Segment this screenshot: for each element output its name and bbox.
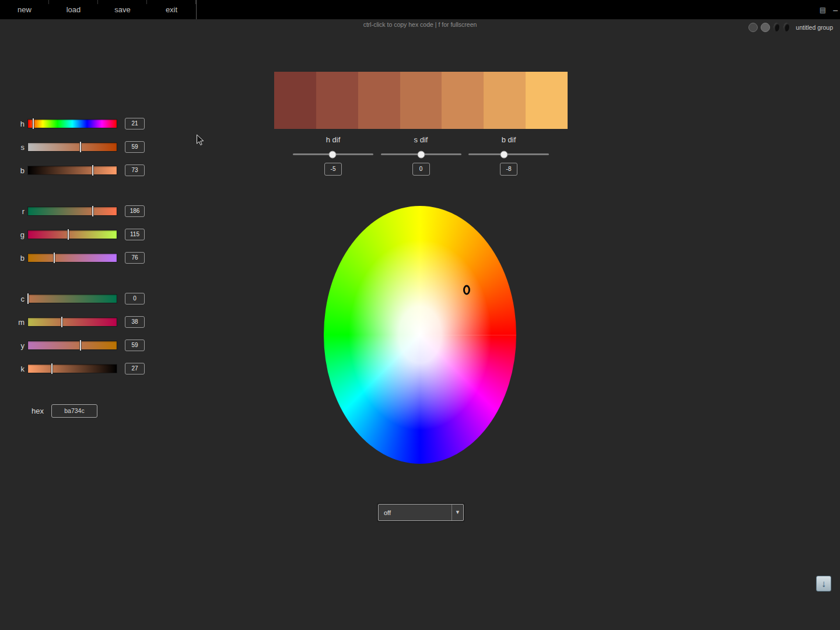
- menu-item-new[interactable]: new: [0, 0, 49, 19]
- channel-marker-bri[interactable]: [92, 165, 93, 176]
- channel-value-bri: 73: [125, 164, 145, 176]
- channel-value-magenta: 38: [125, 316, 145, 328]
- channel-row-blue: b76: [18, 246, 145, 270]
- h-dif-value: -5: [324, 163, 342, 176]
- dif-group-h-dif: h dif-5: [289, 135, 377, 176]
- channel-marker-sat[interactable]: [80, 142, 81, 152]
- b-dif-value: -8: [500, 163, 517, 176]
- channel-group-2: r186g115b76: [18, 200, 145, 270]
- palette-swatch-6[interactable]: [484, 72, 526, 129]
- channel-marker-yellow[interactable]: [80, 340, 81, 351]
- color-picker-app: newloadsaveexit ▤ – ctrl-click to copy h…: [0, 0, 840, 630]
- channel-slider-key[interactable]: [28, 365, 117, 373]
- s-dif-slider-thumb[interactable]: [417, 150, 425, 158]
- channel-row-hue: h21: [18, 112, 145, 135]
- menu-item-save[interactable]: save: [98, 0, 147, 19]
- hex-row: hex ba734c: [18, 404, 97, 418]
- channel-slider-yellow[interactable]: [28, 341, 117, 349]
- channel-label-green: g: [18, 230, 24, 239]
- h-dif-slider[interactable]: [293, 153, 373, 155]
- color-wheel[interactable]: [324, 206, 516, 464]
- channel-marker-green[interactable]: [68, 229, 69, 240]
- channel-sliders: h21s59b73r186g115b76c0m38y59k27: [18, 112, 145, 398]
- channel-group-1: h21s59b73: [18, 112, 145, 182]
- palette-swatch-2[interactable]: [316, 72, 358, 129]
- hint-text: ctrl-click to copy hex code | f for full…: [0, 21, 840, 28]
- channel-value-key: 27: [125, 363, 145, 374]
- group-name-label: untitled group: [796, 24, 833, 31]
- s-dif-slider[interactable]: [381, 153, 461, 155]
- channel-value-green: 115: [125, 229, 145, 240]
- channel-slider-magenta[interactable]: [28, 318, 117, 326]
- channel-label-red: r: [18, 207, 24, 216]
- download-arrow-icon: ↓: [821, 579, 826, 589]
- palette-swatch-7[interactable]: [526, 72, 568, 129]
- palette-swatch-5[interactable]: [442, 72, 484, 129]
- palette-swatch-4[interactable]: [400, 72, 442, 129]
- channel-row-red: r186: [18, 200, 145, 223]
- channel-slider-green[interactable]: [28, 230, 117, 239]
- export-button[interactable]: ↓: [816, 576, 831, 592]
- window-controls: ▤ –: [820, 0, 838, 19]
- hex-input[interactable]: ba734c: [51, 404, 97, 418]
- channel-row-yellow: y59: [18, 334, 145, 357]
- channel-label-yellow: y: [18, 341, 24, 350]
- channel-row-bri: b73: [18, 159, 145, 182]
- group-bar: untitled group: [748, 22, 833, 32]
- channel-label-magenta: m: [18, 318, 24, 327]
- group-icon-2[interactable]: [761, 23, 770, 32]
- channel-row-cyan: c0: [18, 287, 145, 310]
- channel-marker-red[interactable]: [92, 206, 93, 216]
- palette-strip: [274, 72, 568, 129]
- menu-item-exit[interactable]: exit: [147, 0, 196, 19]
- channel-label-hue: h: [18, 120, 24, 128]
- s-dif-label: s dif: [414, 135, 428, 144]
- menu-divider: [196, 0, 197, 19]
- channel-marker-key[interactable]: [51, 363, 52, 374]
- group-icon-4[interactable]: [783, 22, 790, 32]
- minimize-icon[interactable]: –: [833, 6, 838, 14]
- channel-slider-blue[interactable]: [28, 254, 117, 262]
- b-dif-slider-thumb[interactable]: [500, 150, 508, 158]
- channel-label-key: k: [18, 365, 24, 373]
- h-dif-label: h dif: [326, 135, 341, 144]
- menu-items: newloadsaveexit: [0, 0, 840, 19]
- b-dif-label: b dif: [502, 135, 516, 144]
- channel-slider-bri[interactable]: [28, 166, 117, 174]
- channel-value-cyan: 0: [125, 293, 145, 304]
- channel-marker-magenta[interactable]: [61, 317, 62, 327]
- channel-label-cyan: c: [18, 295, 24, 303]
- channel-marker-hue[interactable]: [33, 118, 34, 129]
- dif-group-s-dif: s dif0: [377, 135, 465, 176]
- mode-dropdown[interactable]: off ▼: [378, 504, 464, 521]
- h-dif-slider-thumb[interactable]: [328, 150, 336, 158]
- channel-slider-cyan[interactable]: [28, 295, 117, 303]
- mouse-cursor: [196, 134, 205, 146]
- channel-marker-cyan[interactable]: [27, 293, 29, 304]
- group-icon-1[interactable]: [748, 23, 758, 32]
- channel-slider-sat[interactable]: [28, 143, 117, 151]
- menu-item-load[interactable]: load: [49, 0, 98, 19]
- dropdown-arrow-icon: ▼: [452, 505, 463, 520]
- window-menu-icon[interactable]: ▤: [820, 6, 826, 13]
- palette-swatch-3[interactable]: [358, 72, 400, 129]
- channel-value-red: 186: [125, 205, 145, 217]
- channel-group-3: c0m38y59k27: [18, 287, 145, 380]
- palette-swatch-1[interactable]: [274, 72, 316, 129]
- channel-slider-red[interactable]: [28, 207, 117, 215]
- channel-value-blue: 76: [125, 252, 145, 264]
- b-dif-slider[interactable]: [468, 153, 549, 155]
- channel-value-yellow: 59: [125, 340, 145, 351]
- channel-label-sat: s: [18, 143, 24, 152]
- channel-marker-blue[interactable]: [54, 253, 55, 263]
- dif-group-b-dif: b dif-8: [465, 135, 552, 176]
- channel-row-sat: s59: [18, 135, 145, 159]
- s-dif-value: 0: [412, 163, 430, 176]
- channel-slider-hue[interactable]: [28, 120, 117, 128]
- channel-value-sat: 59: [125, 141, 145, 153]
- group-icon-3[interactable]: [773, 22, 780, 32]
- channel-row-key: k27: [18, 357, 145, 380]
- wheel-cursor[interactable]: [463, 285, 470, 295]
- channel-value-hue: 21: [125, 118, 145, 130]
- channel-label-bri: b: [18, 166, 24, 175]
